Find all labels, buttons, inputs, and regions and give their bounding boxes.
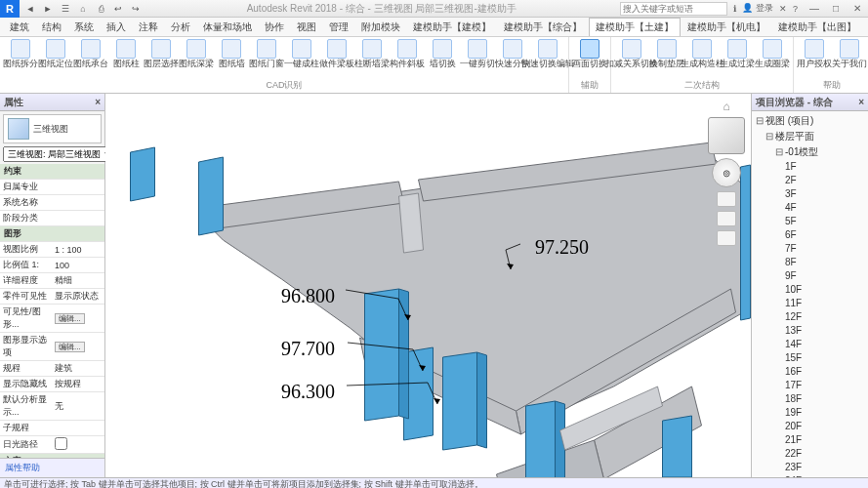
tree-leaf[interactable]: 5F (752, 215, 868, 228)
property-value[interactable]: 按规程 (53, 377, 104, 391)
infocenter-icon[interactable]: ℹ (733, 4, 736, 14)
property-checkbox[interactable] (55, 437, 67, 450)
properties-help-link[interactable]: 属性帮助 (0, 458, 104, 477)
ribbon-button[interactable]: 图纸拆分 (4, 39, 37, 78)
qat-btn[interactable]: ⎙ (94, 2, 107, 16)
ribbon-button[interactable]: 做件梁板 (320, 39, 353, 78)
ribbon-button[interactable]: 图纸柱 (109, 39, 143, 78)
ribbon-button[interactable]: 生成构造柱 (685, 39, 719, 78)
qat-btn[interactable]: ↩ (111, 2, 125, 16)
property-value[interactable] (53, 202, 104, 204)
ribbon-button[interactable]: 图纸承台 (74, 39, 107, 78)
property-category[interactable]: 图形 (0, 226, 104, 242)
tree-leaf[interactable]: 18F (752, 392, 868, 406)
ribbon-tab[interactable]: 注释 (133, 19, 164, 36)
tree-twisty-icon[interactable]: ⊟ (765, 131, 775, 142)
help-search-input[interactable] (620, 2, 727, 16)
type-preview[interactable]: 三维视图 (3, 114, 102, 143)
orbit-button[interactable] (717, 230, 736, 246)
qat-btn[interactable]: ↪ (129, 2, 143, 16)
ribbon-tab[interactable]: 分析 (165, 19, 196, 36)
property-category[interactable]: 约束 (0, 164, 104, 180)
property-edit-button[interactable]: 编辑... (55, 313, 85, 324)
ribbon-button[interactable]: 构件斜板 (391, 39, 424, 78)
tree-leaf[interactable]: 11F (752, 297, 868, 310)
ribbon-button[interactable]: 用户授权 (798, 39, 831, 78)
steering-wheel[interactable]: ⊚ (712, 158, 741, 187)
tree-leaf[interactable]: 13F (752, 324, 868, 338)
property-value[interactable]: 无 (53, 399, 104, 414)
property-value[interactable] (53, 427, 104, 429)
3d-viewport[interactable]: ⌂ ⊚ 97.25096.80097.70096.300 (105, 94, 751, 477)
tree-leaf[interactable]: 1F (752, 160, 868, 174)
help-icon[interactable]: ? (793, 4, 798, 14)
property-value[interactable]: 建筑 (53, 361, 104, 376)
ribbon-button[interactable]: 快速切换编辑 (531, 39, 564, 78)
ribbon-tab[interactable]: 协作 (259, 19, 290, 36)
close-button[interactable]: ✕ (847, 0, 868, 18)
tree-leaf[interactable]: 9F (752, 269, 868, 283)
ribbon-button[interactable]: 图纸墙 (215, 39, 248, 78)
pan-button[interactable] (717, 191, 736, 207)
tree-leaf[interactable]: 22F (752, 447, 868, 461)
ribbon-button[interactable]: 画面切换 (573, 39, 606, 78)
ribbon-button[interactable]: 图纸门窗 (250, 39, 283, 78)
zoom-button[interactable] (717, 211, 736, 226)
property-value[interactable] (53, 436, 104, 453)
ribbon-tab[interactable]: 建筑 (4, 19, 35, 36)
ribbon-tab[interactable]: 修改 (863, 19, 868, 36)
ribbon-tab[interactable]: 建模助手【机电】 (682, 19, 771, 36)
tree-leaf[interactable]: 21F (752, 433, 868, 447)
tree-twisty-icon[interactable]: ⊟ (756, 115, 765, 126)
ribbon-button[interactable]: 图层选择 (145, 39, 178, 78)
type-selector[interactable]: 三维视图: 局部三维视图 (3, 146, 118, 162)
tree-leaf[interactable]: 19F (752, 406, 868, 420)
properties-close-icon[interactable]: × (95, 97, 101, 107)
app-logo[interactable]: R (0, 0, 20, 18)
tree-leaf[interactable]: 3F (752, 187, 868, 201)
property-value[interactable] (53, 186, 104, 188)
ribbon-tab[interactable]: 建模助手【土建】 (589, 18, 681, 36)
minimize-button[interactable]: — (804, 0, 825, 18)
property-value[interactable]: 1 : 100 (53, 244, 104, 256)
tree-node[interactable]: ⊟视图 (项目) (752, 113, 868, 129)
tree-leaf[interactable]: 10F (752, 283, 868, 297)
ribbon-button[interactable]: 柱断墙梁 (355, 39, 389, 78)
ribbon-tab[interactable]: 视图 (291, 19, 322, 36)
ribbon-button[interactable]: 扣减关系切换 (615, 39, 648, 78)
ribbon-tab[interactable]: 系统 (68, 19, 100, 36)
property-value[interactable]: 显示原状态 (53, 289, 104, 304)
tree-node[interactable]: ⊟-01模型 (752, 144, 868, 160)
tree-twisty-icon[interactable]: ⊟ (775, 146, 785, 157)
browser-tree[interactable]: ⊟视图 (项目)⊟楼层平面⊟-01模型1F2F3F4F5F6F7F8F9F10F… (752, 111, 868, 477)
browser-close-icon[interactable]: × (858, 97, 864, 107)
property-value[interactable] (53, 218, 104, 220)
viewcube[interactable] (708, 117, 745, 154)
qat-btn[interactable]: ◄ (23, 2, 37, 16)
signin-link[interactable]: 👤 登录 (742, 2, 773, 15)
ribbon-button[interactable]: 绘制垫层 (650, 39, 683, 78)
ribbon-tab[interactable]: 插入 (101, 19, 132, 36)
property-edit-button[interactable]: 编辑... (55, 342, 85, 352)
ribbon-button[interactable]: 图纸定位 (39, 39, 72, 78)
tree-node[interactable]: ⊟楼层平面 (752, 129, 868, 144)
tree-leaf[interactable]: 4F (752, 201, 868, 215)
ribbon-tab[interactable]: 建模助手【出图】 (772, 19, 862, 36)
maximize-button[interactable]: □ (825, 0, 847, 18)
tree-leaf[interactable]: 7F (752, 242, 868, 256)
ribbon-button[interactable]: 关于我们 (833, 39, 866, 78)
ribbon-tab[interactable]: 建模助手【综合】 (498, 19, 588, 36)
ribbon-tab[interactable]: 建模助手【建模】 (407, 19, 497, 36)
property-value[interactable]: 精细 (53, 273, 104, 288)
tree-leaf[interactable]: 15F (752, 351, 868, 365)
ribbon-tab[interactable]: 附加模块 (355, 19, 406, 36)
ribbon-button[interactable]: 生成圈梁 (756, 39, 789, 78)
ribbon-button[interactable]: 生成过梁 (721, 39, 754, 78)
tree-leaf[interactable]: 8F (752, 256, 868, 269)
exchange-icon[interactable]: ✕ (779, 4, 787, 14)
tree-leaf[interactable]: 12F (752, 310, 868, 324)
nav-home-icon[interactable]: ⌂ (723, 100, 729, 113)
tree-leaf[interactable]: 14F (752, 338, 868, 351)
tree-leaf[interactable]: 23F (752, 461, 868, 474)
qat-btn[interactable]: ► (41, 2, 55, 16)
